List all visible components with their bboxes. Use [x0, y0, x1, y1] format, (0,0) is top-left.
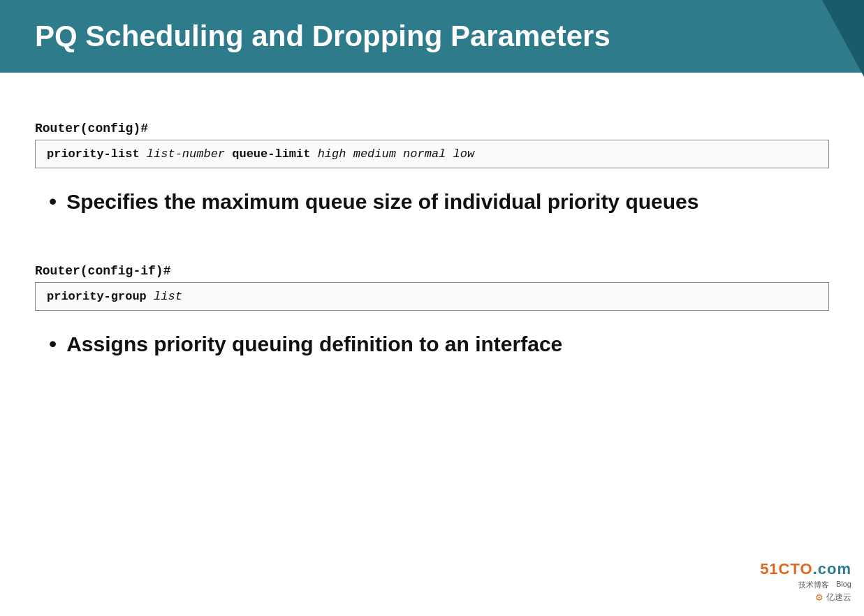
- bullet-1: • Specifies the maximum queue size of in…: [49, 188, 829, 215]
- watermark-sub2: Blog: [836, 580, 851, 590]
- section1: Router(config)# priority-list list-numbe…: [35, 101, 829, 215]
- bullet-text-2: Assigns priority queuing definition to a…: [66, 330, 562, 358]
- code-cmd-2a: priority-group: [47, 290, 147, 303]
- content-area: Router(config)# priority-list list-numbe…: [0, 73, 864, 616]
- slide-container: PQ Scheduling and Dropping Parameters Ro…: [0, 0, 864, 616]
- watermark-logo-left: 51CTO: [760, 560, 813, 578]
- slide-title: PQ Scheduling and Dropping Parameters: [35, 20, 829, 53]
- code-arg-1a: list-number: [147, 147, 225, 161]
- code-box-1: priority-list list-number queue-limit hi…: [35, 140, 829, 168]
- watermark-logo: 51CTO.com: [760, 560, 851, 578]
- watermark: 51CTO.com 技术博客 Blog ⚙ 亿速云: [760, 560, 851, 603]
- watermark-icon: ⚙: [815, 592, 823, 603]
- watermark-sub: 技术博客 Blog: [798, 580, 851, 590]
- bullet-text-1: Specifies the maximum queue size of indi…: [66, 188, 698, 215]
- code-box-2: priority-group list: [35, 282, 829, 311]
- watermark-sub1: 技术博客: [798, 580, 829, 590]
- code-arg-2a: list: [154, 290, 182, 303]
- code-cmd-1a: priority-list: [47, 147, 140, 161]
- prompt-label-1: Router(config)#: [35, 122, 829, 135]
- watermark-logo-suffix: .com: [813, 560, 851, 578]
- bullet-2: • Assigns priority queuing definition to…: [49, 330, 829, 358]
- watermark-sub3: 亿速云: [826, 592, 851, 603]
- header-bar: PQ Scheduling and Dropping Parameters: [0, 0, 864, 73]
- watermark-sub3-row: ⚙ 亿速云: [815, 592, 851, 603]
- code-arg-1b: high medium normal low: [318, 147, 474, 161]
- code-cmd-1b: queue-limit: [232, 147, 310, 161]
- prompt-label-2: Router(config-if)#: [35, 264, 829, 278]
- bullet-dot-2: •: [49, 332, 57, 356]
- bullet-dot-1: •: [49, 189, 57, 214]
- section2: Router(config-if)# priority-group list •…: [35, 243, 829, 358]
